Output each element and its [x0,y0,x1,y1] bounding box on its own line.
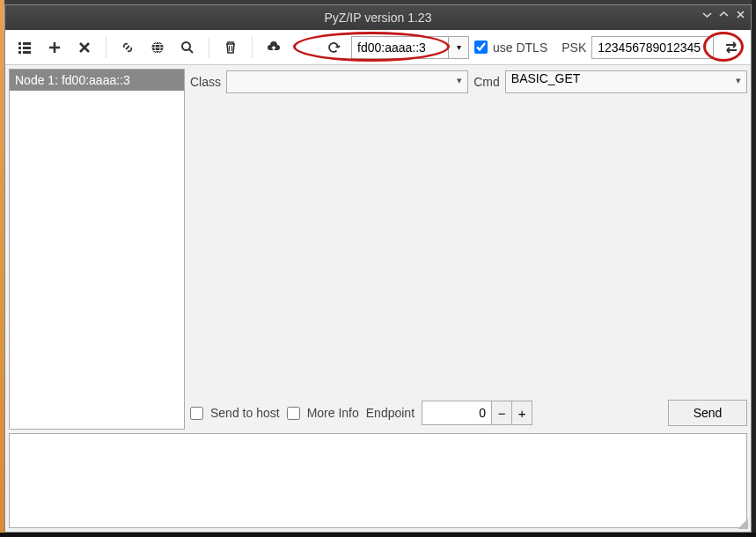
send-row: Send to host More Info Endpoint − + Send [190,396,747,430]
more-info-checkbox[interactable] [287,407,300,420]
close-icon[interactable] [736,9,745,22]
mid-row: Node 1: fd00:aaaa::3 Class Cmd BASIC_GET… [9,69,747,430]
chevron-down-icon: ▾ [457,42,461,52]
desktop-edge-right [752,0,756,537]
refresh-icon[interactable] [321,35,346,60]
send-button[interactable]: Send [668,400,747,426]
search-icon[interactable] [175,35,200,60]
psk-label: PSK [561,40,586,55]
main-body: Node 1: fd00:aaaa::3 Class Cmd BASIC_GET… [5,65,751,532]
endpoint-plus-button[interactable]: + [511,401,532,425]
endpoint-input[interactable] [422,401,492,425]
endpoint-label: Endpoint [366,406,415,420]
svg-rect-0 [18,42,21,45]
use-dtls-label: use DTLS [493,40,547,55]
command-row: Class Cmd BASIC_GET [190,69,747,100]
cmd-dropdown[interactable]: BASIC_GET [505,70,747,93]
node-list[interactable]: Node 1: fd00:aaaa::3 [9,69,185,430]
class-dropdown[interactable] [226,70,468,93]
svg-rect-5 [23,51,31,54]
desktop-edge-bottom [0,533,756,537]
right-column: Class Cmd BASIC_GET Send to host More In… [190,69,747,430]
address-combo: ▾ [351,36,469,59]
toolbar: ▾ use DTLS PSK [5,30,751,65]
swap-button[interactable] [719,35,744,60]
window-controls [702,9,745,22]
swap-icon [723,40,739,55]
trash-icon[interactable] [218,35,243,60]
toolbar-separator [106,37,106,58]
params-area [190,100,747,396]
endpoint-stepper: − + [422,401,532,425]
address-input[interactable] [351,36,448,59]
globe-icon[interactable] [145,35,170,60]
titlebar[interactable]: PyZ/IP version 1.23 [5,5,751,30]
resize-grip[interactable] [736,517,748,529]
add-icon[interactable] [42,35,67,60]
psk-input[interactable] [591,36,714,59]
svg-rect-2 [18,47,21,49]
svg-rect-4 [18,51,21,54]
link-icon[interactable] [115,35,140,60]
minimize-icon[interactable] [702,9,712,22]
send-to-host-checkbox[interactable] [190,407,203,420]
app-window: PyZ/IP version 1.23 [4,4,752,533]
svg-rect-1 [23,42,31,45]
list-icon[interactable] [12,35,37,60]
toolbar-separator [252,37,253,58]
more-info-label: More Info [307,406,359,420]
address-dropdown-button[interactable]: ▾ [448,36,469,59]
class-label: Class [190,75,221,89]
node-list-item[interactable]: Node 1: fd00:aaaa::3 [10,70,184,91]
maximize-icon[interactable] [719,9,729,22]
remove-icon[interactable] [72,35,97,60]
svg-rect-3 [23,47,31,49]
toolbar-separator [209,37,209,58]
endpoint-minus-button[interactable]: − [491,401,512,425]
cloud-upload-icon[interactable] [261,35,286,60]
svg-point-8 [182,42,190,50]
use-dtls-checkbox[interactable] [474,40,488,54]
cmd-label: Cmd [473,75,500,89]
log-area[interactable] [9,433,747,528]
send-to-host-label: Send to host [210,406,280,420]
window-title: PyZ/IP version 1.23 [325,11,432,25]
